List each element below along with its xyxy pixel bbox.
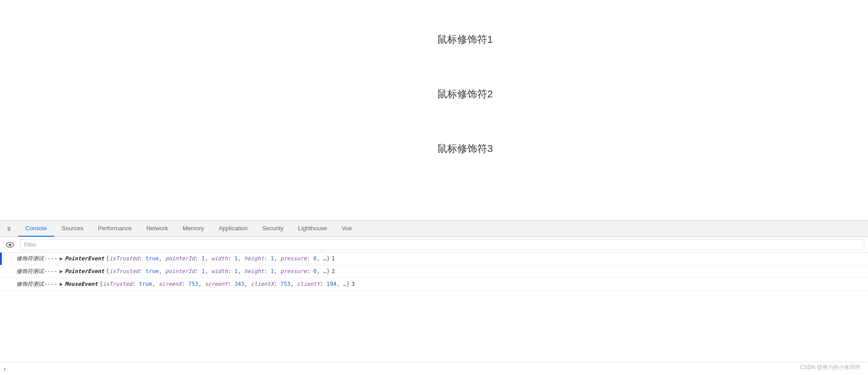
svg-point-1 <box>9 243 11 246</box>
event-type: MouseEvent <box>65 280 97 289</box>
tab-overflow[interactable]: s <box>0 221 18 237</box>
event-type: PointerEvent <box>65 267 104 276</box>
tab-security[interactable]: Security <box>255 221 291 237</box>
devtools-panel: s Console Sources Performance Network Me… <box>0 220 868 375</box>
console-label: 修饰符测试---- <box>16 280 57 289</box>
tab-application[interactable]: Application <box>211 221 255 237</box>
prop-pressure: pressure <box>281 254 307 263</box>
event-type: PointerEvent <box>65 254 104 263</box>
page-label-label3: 鼠标修饰符3 <box>437 142 493 156</box>
console-label: 修饰符测试---- <box>16 267 57 276</box>
console-row: 修饰符测试---- ▶ PointerEvent { isTrusted : t… <box>0 265 868 278</box>
val-isTrusted: true <box>146 254 159 263</box>
console-bottom-bar: › CSDN @努力的小朱同学 <box>0 362 868 375</box>
tab-network[interactable]: Network <box>139 221 175 237</box>
count-badge: 1 <box>332 254 335 263</box>
page-label-label1: 鼠标修饰符1 <box>437 33 493 46</box>
expand-arrow[interactable]: ▶ <box>60 280 63 289</box>
tab-memory[interactable]: Memory <box>175 221 211 237</box>
brace-open: { <box>106 254 109 263</box>
console-row: 修饰符测试---- ▶ MouseEvent { isTrusted : tru… <box>0 278 868 291</box>
filter-input[interactable] <box>20 239 864 250</box>
val-height: 1 <box>271 254 274 263</box>
prop-width: width <box>211 254 228 263</box>
val-ellipsis: … <box>323 254 327 263</box>
expand-arrow[interactable]: ▶ <box>60 254 63 263</box>
tab-lighthouse[interactable]: Lighthouse <box>291 221 335 237</box>
console-row: 修饰符测试---- ▶ PointerEvent { isTrusted : t… <box>0 253 868 265</box>
page-content: 鼠标修饰符1鼠标修饰符2鼠标修饰符3 <box>0 0 868 220</box>
tab-console[interactable]: Console <box>18 221 55 237</box>
val-pressure: 0 <box>313 254 317 263</box>
tab-performance[interactable]: Performance <box>91 221 139 237</box>
watermark: CSDN @努力的小朱同学 <box>800 364 861 371</box>
prop-height: height <box>244 254 264 263</box>
prop-pointerId: pointerId <box>165 254 195 263</box>
toggle-console-messages-button[interactable] <box>4 238 16 251</box>
val-width: 1 <box>235 254 238 263</box>
page-label-label2: 鼠标修饰符2 <box>437 87 493 101</box>
console-toolbar <box>0 237 868 253</box>
console-output: 修饰符测试---- ▶ PointerEvent { isTrusted : t… <box>0 253 868 362</box>
tab-sources[interactable]: Sources <box>54 221 91 237</box>
prop-isTrusted: isTrusted <box>109 254 139 263</box>
console-label: 修饰符测试---- <box>16 254 57 263</box>
brace-close: } <box>327 254 330 263</box>
val-pointerId: 1 <box>201 254 204 263</box>
expand-arrow[interactable]: ▶ <box>60 267 63 276</box>
console-input-chevron[interactable]: › <box>4 365 6 372</box>
row-indicator <box>0 253 2 265</box>
devtools-tab-bar: s Console Sources Performance Network Me… <box>0 221 868 237</box>
tab-vue[interactable]: Vue <box>334 221 359 237</box>
